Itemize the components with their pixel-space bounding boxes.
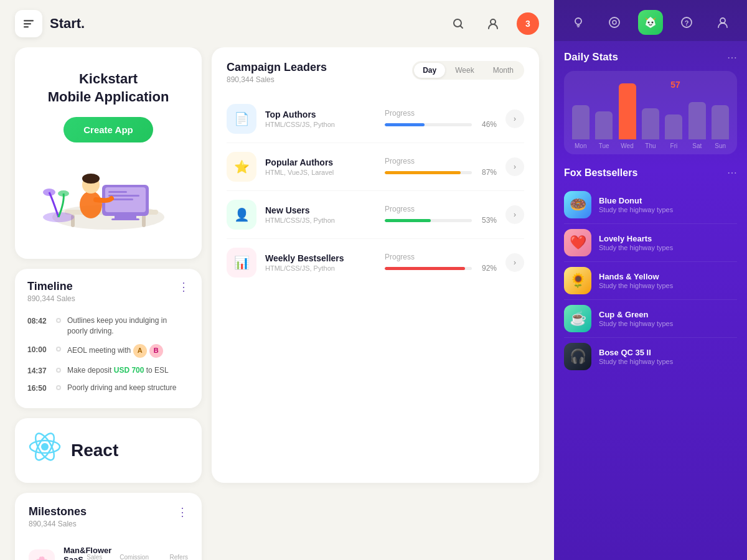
sidebar-icon-question[interactable]: ? bbox=[674, 10, 699, 35]
progress-label-3: Progress bbox=[385, 205, 497, 213]
sidebar-icon-user[interactable] bbox=[710, 10, 735, 35]
bestseller-hands-yellow[interactable]: 🌻 Hands & Yellow Study the highway types bbox=[564, 262, 737, 300]
notification-badge[interactable]: 3 bbox=[517, 12, 539, 35]
hands-yellow-sub: Study the highway types bbox=[599, 282, 737, 289]
bestseller-lovely-hearts[interactable]: ❤️ Lovely Hearts Study the highway types bbox=[564, 224, 737, 262]
sidebar-icon-bulb[interactable] bbox=[566, 10, 591, 35]
svg-point-17 bbox=[80, 191, 102, 218]
bottom-left: Timeline 890,344 Sales ⋮ 08:42 Outlines … bbox=[15, 269, 202, 483]
campaign-row-weekly-bestsellers: 📊 Weekly Bestsellers HTML/CSS/JS, Python… bbox=[227, 239, 524, 286]
deposit-highlight: USD 700 bbox=[114, 366, 144, 375]
blue-donut-thumb: 🍩 bbox=[564, 191, 591, 218]
progress-fill-2 bbox=[385, 171, 461, 174]
svg-point-28 bbox=[609, 17, 619, 27]
logo-icon bbox=[15, 10, 42, 37]
manflower-name: Man&Flower SaaS bbox=[63, 546, 74, 560]
progress-pct-4: 92% bbox=[477, 264, 497, 273]
bestseller-blue-donut[interactable]: 🍩 Blue Donut Study the highway types bbox=[564, 186, 737, 224]
svg-point-22 bbox=[58, 190, 69, 197]
sidebar-content: Daily Stats ⋯ 57 Mon Tue Wed bbox=[554, 41, 747, 560]
tl-time-2: 10:00 bbox=[27, 344, 50, 354]
bose-qc35-name: Bose QC 35 II bbox=[599, 348, 737, 357]
bar-fri: Fri bbox=[665, 114, 683, 149]
lovely-hearts-name: Lovely Hearts bbox=[599, 234, 737, 243]
tl-time-1: 08:42 bbox=[27, 315, 50, 325]
fox-bestsellers-title: Fox Bestsellers bbox=[564, 167, 637, 179]
weekly-bestsellers-name: Weekly Bestsellers bbox=[265, 253, 376, 263]
chevron-btn-2[interactable]: › bbox=[505, 157, 524, 176]
progress-fill-4 bbox=[385, 267, 465, 270]
tl-text-3: Make deposit USD 700 to ESL bbox=[67, 365, 169, 376]
tl-text-1: Outlines keep you indulging in poorly dr… bbox=[67, 315, 189, 337]
hands-yellow-thumb: 🌻 bbox=[564, 267, 591, 294]
bestseller-bose-qc35[interactable]: 🎧 Bose QC 35 II Study the highway types bbox=[564, 338, 737, 375]
user-icon[interactable] bbox=[482, 12, 504, 35]
fox-bestsellers-menu[interactable]: ⋯ bbox=[727, 167, 737, 179]
create-app-button[interactable]: Create App bbox=[63, 117, 153, 142]
popular-authors-icon: ⭐ bbox=[227, 152, 256, 182]
sidebar-icon-fox[interactable] bbox=[638, 10, 663, 35]
progress-label-1: Progress bbox=[385, 109, 497, 118]
timeline-dots-menu[interactable]: ⋮ bbox=[178, 280, 189, 294]
sidebar-icon-music[interactable] bbox=[602, 10, 627, 35]
tab-day[interactable]: Day bbox=[414, 63, 445, 78]
header-left: Start. bbox=[15, 10, 85, 37]
tab-month[interactable]: Month bbox=[484, 63, 522, 78]
progress-pct-2: 87% bbox=[477, 168, 497, 177]
svg-rect-12 bbox=[115, 216, 136, 218]
bar-tue: Tue bbox=[594, 111, 613, 149]
daily-stats-menu[interactable]: ⋯ bbox=[727, 52, 737, 63]
svg-point-5 bbox=[491, 19, 496, 24]
daily-stats-header: Daily Stats ⋯ bbox=[564, 51, 737, 63]
new-users-tags: HTML/CSS/JS, Python bbox=[265, 217, 376, 224]
popular-authors-tags: HTML, VueJS, Laravel bbox=[265, 169, 376, 176]
cup-green-sub: Study the highway types bbox=[599, 320, 737, 327]
tab-week[interactable]: Week bbox=[446, 63, 482, 78]
svg-rect-1 bbox=[24, 23, 31, 25]
svg-point-23 bbox=[41, 443, 49, 450]
avatar-1: A bbox=[133, 344, 147, 358]
manflower-sales: Sales $650 bbox=[83, 554, 102, 560]
campaign-card: Campaign Leaders 890,344 Sales Day Week … bbox=[212, 47, 539, 483]
weekly-bestsellers-tags: HTML/CSS/JS, Python bbox=[265, 264, 376, 272]
tl-dot-3 bbox=[56, 368, 61, 373]
bar-wed: Wed bbox=[618, 83, 636, 149]
svg-rect-9 bbox=[142, 215, 146, 227]
svg-point-30 bbox=[648, 22, 650, 24]
tl-text-2: AEOL meeting with A B bbox=[67, 344, 163, 358]
tl-text-4: Poorly driving and keep structure bbox=[67, 383, 176, 393]
svg-rect-14 bbox=[108, 191, 127, 193]
lovely-hearts-thumb: ❤️ bbox=[564, 229, 591, 256]
timeline-card: Timeline 890,344 Sales ⋮ 08:42 Outlines … bbox=[15, 269, 202, 408]
campaign-row-top-authors: 📄 Top Authors HTML/CSS/JS, Python Progre… bbox=[227, 95, 524, 143]
bars-row: Mon Tue Wed Thu Fri bbox=[571, 93, 730, 149]
new-users-name: New Users bbox=[265, 205, 376, 215]
progress-label-4: Progress bbox=[385, 253, 497, 261]
search-icon[interactable] bbox=[447, 12, 469, 35]
milestone-row-manflower: 🌸 Man&Flower SaaS HR Solutions Sales $65… bbox=[29, 539, 188, 560]
main-area: Start. 3 Kickstart Mobile A bbox=[0, 0, 554, 560]
react-label: React bbox=[71, 441, 118, 460]
brand-name: Start. bbox=[50, 16, 85, 32]
timeline-subtitle: 890,344 Sales bbox=[27, 294, 75, 303]
campaign-tab-group: Day Week Month bbox=[412, 61, 524, 80]
campaign-title: Campaign Leaders bbox=[227, 61, 327, 74]
react-card: React bbox=[15, 418, 202, 483]
bestseller-cup-green[interactable]: ☕ Cup & Green Study the highway types bbox=[564, 300, 737, 338]
right-sidebar: ? Daily Stats ⋯ 57 Mon bbox=[554, 0, 747, 560]
svg-point-27 bbox=[575, 18, 581, 24]
avatar-2: B bbox=[149, 344, 163, 358]
svg-point-34 bbox=[720, 18, 725, 23]
chevron-btn-3[interactable]: › bbox=[505, 205, 524, 224]
weekly-bestsellers-icon: 📊 bbox=[227, 248, 256, 278]
progress-label-2: Progress bbox=[385, 157, 497, 166]
svg-rect-13 bbox=[111, 218, 139, 220]
fox-bestsellers-header: Fox Bestsellers ⋯ bbox=[564, 167, 737, 179]
blue-donut-sub: Study the highway types bbox=[599, 206, 737, 213]
chevron-btn-1[interactable]: › bbox=[505, 110, 524, 128]
chevron-btn-4[interactable]: › bbox=[505, 253, 524, 272]
milestones-dots-menu[interactable]: ⋮ bbox=[177, 505, 188, 519]
cup-green-thumb: ☕ bbox=[564, 305, 591, 332]
manflower-refers: Refers 8,926 bbox=[166, 554, 188, 560]
milestones-card: Milestones 890,344 Sales ⋮ 🌸 Man&Flower … bbox=[15, 493, 202, 560]
